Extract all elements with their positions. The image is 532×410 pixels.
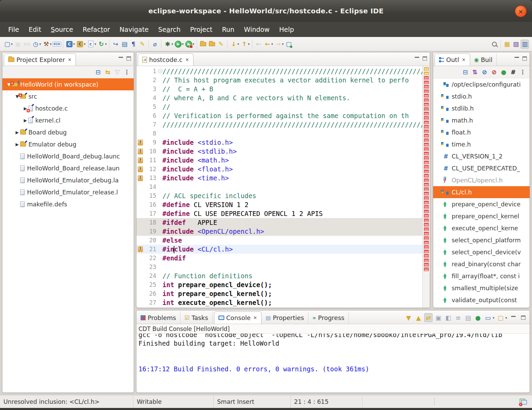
open-element-icon[interactable]: ↪ [111, 40, 120, 49]
error-marker[interactable] [424, 259, 429, 262]
code-line-27[interactable]: 27int execute_opencl_kernel(); [136, 298, 422, 307]
tree-item-emulator[interactable]: ▶Emulator debug [2, 138, 134, 150]
maximize-icon[interactable] [423, 56, 427, 61]
console-pin-icon[interactable]: ● [474, 313, 482, 322]
warning-marker[interactable] [424, 72, 429, 75]
console-display-icon[interactable]: ▭ [484, 313, 492, 322]
error-marker[interactable] [424, 139, 429, 142]
hide-nonpublic-icon[interactable]: ● [500, 68, 507, 77]
mark-occurrences-icon[interactable]: ✎ [138, 40, 146, 49]
code-editor[interactable]: 1−//////////////////////////////////////… [136, 66, 430, 308]
console-down-icon[interactable]: ▼ [404, 313, 413, 322]
collapse-all-icon[interactable]: ⊟ [462, 68, 469, 77]
annotate-icon[interactable]: ✎ [217, 40, 225, 49]
debug-icon[interactable]: ✱ [163, 40, 172, 49]
outline-item--opt-eclipse-configurati[interactable]: /opt/eclipse/configurati [433, 78, 530, 90]
code-area[interactable]: 1−//////////////////////////////////////… [136, 66, 422, 308]
forward-icon[interactable]: → [274, 40, 282, 49]
tree-item-makefile.defs[interactable]: makefile.defs [2, 198, 134, 210]
console-open-icon[interactable]: ▢ [496, 313, 505, 322]
error-marker[interactable] [424, 116, 429, 120]
outline-item-execute-opencl-kerne[interactable]: ǂexecute_opencl_kerne [433, 222, 530, 234]
error-marker[interactable] [424, 121, 429, 124]
new-cpp-project-icon[interactable]: C [76, 40, 84, 49]
outline-item-smallest-multiple-size[interactable]: ǂsmallest_multiple(size [433, 282, 530, 294]
code-line-21[interactable]: ?21#include <CL/cl.h> [136, 245, 422, 254]
maximize-icon[interactable] [522, 56, 527, 61]
tree-item-src[interactable]: ▼src [2, 90, 134, 102]
save-all-icon[interactable]: ▣▣ [23, 40, 31, 49]
warning-marker[interactable] [424, 67, 429, 71]
code-line-23[interactable]: 23 [136, 262, 422, 271]
error-marker[interactable] [424, 148, 429, 151]
error-marker[interactable] [424, 99, 429, 102]
minimize-icon[interactable] [119, 57, 123, 60]
code-line-7[interactable]: 7///////////////////////////////////////… [136, 120, 422, 129]
code-line-6[interactable]: 6// Verification is performed against th… [136, 111, 422, 120]
tree-item-helloworld_board_release.laun[interactable]: HelloWorld_Board_release.laun [2, 162, 134, 174]
open-type-icon[interactable]: ▤ [120, 40, 129, 49]
hide-fields-icon[interactable]: ⊘ [481, 68, 488, 77]
error-marker[interactable] [424, 170, 429, 173]
outline-item-float-h[interactable]: float.h [433, 126, 530, 138]
error-marker[interactable] [424, 107, 429, 111]
error-marker[interactable] [424, 156, 429, 160]
error-marker[interactable] [424, 103, 429, 106]
code-line-13[interactable]: ?13#include <time.h> [136, 174, 422, 182]
error-marker[interactable] [424, 152, 429, 155]
code-line-18[interactable]: 18#ifdef __APPLE__ [136, 218, 422, 227]
outline-item-prepare-opencl-kernel[interactable]: ǂprepare_opencl_kernel [433, 210, 530, 222]
search-icon[interactable] [490, 40, 498, 49]
chevron-right-icon[interactable]: ▶ [14, 142, 20, 147]
overview-ruler[interactable] [422, 66, 430, 308]
outline-item-select-opencl-platform[interactable]: ǂselect_opencl_platform [433, 234, 530, 246]
tree-item-helloworld_emulator_debug.la[interactable]: HelloWorld_Emulator_debug.la [2, 174, 134, 186]
error-marker[interactable] [424, 85, 429, 89]
error-marker[interactable] [424, 196, 429, 200]
code-line-22[interactable]: 22#endif [136, 254, 422, 262]
dropdown-arrow-icon[interactable]: ▾ [505, 316, 507, 320]
chevron-right-icon[interactable]: ▶ [22, 118, 28, 123]
build-active-icon[interactable]: ↻ [97, 40, 105, 49]
tab-properties[interactable]: ▤Properties [262, 311, 308, 324]
menu-search[interactable]: Search [154, 24, 185, 35]
chevron-right-icon[interactable]: ▶ [14, 130, 20, 135]
view-menu-icon[interactable]: ⋮ [519, 68, 527, 77]
outline-item-math-h[interactable]: math.h [433, 114, 530, 126]
presentation-icon[interactable]: ◦◦ [452, 68, 460, 77]
open-profile-icon[interactable] [199, 40, 207, 49]
menu-edit[interactable]: Edit [24, 24, 46, 35]
outline-item-validate-output-const[interactable]: ǂvalidate_output(const [433, 294, 530, 306]
view-menu-icon[interactable]: ⋮ [123, 68, 131, 77]
tree-item-board[interactable]: ▶Board debug [2, 126, 134, 138]
menu-file[interactable]: File [3, 24, 24, 35]
prev-annotation-icon[interactable]: ↑ [240, 40, 248, 49]
new-c-project-icon[interactable]: C [65, 40, 74, 49]
menu-source[interactable]: Source [46, 24, 78, 35]
close-icon[interactable]: ✕ [253, 315, 257, 320]
console-wrap-icon[interactable]: ≡ [454, 313, 462, 322]
code-line-2[interactable]: 2// This host program executes a vector … [136, 76, 422, 85]
console-save-icon[interactable]: ▣ [434, 313, 442, 322]
code-line-14[interactable]: 14 [136, 182, 422, 191]
console-output[interactable]: gcc -o hostcode hostcode_object -lOpenCL… [136, 334, 530, 393]
binary-icon[interactable]: 010 [53, 40, 61, 49]
fold-collapse-icon[interactable]: − [158, 69, 162, 73]
next-annotation-icon[interactable]: ↓ [229, 40, 238, 49]
console-up-icon[interactable]: ▲ [414, 313, 423, 322]
outline-item-opencl-opencl-h[interactable]: OpenCL/opencl.h [433, 174, 530, 186]
toggle-search-icon[interactable]: ⌀ [151, 40, 159, 49]
hide-macros-icon[interactable]: # [509, 68, 517, 77]
link-editor-icon[interactable]: ⇆ [104, 68, 111, 77]
error-marker[interactable] [424, 236, 429, 240]
error-marker[interactable] [424, 232, 429, 235]
code-line-10[interactable]: ?10#include <stdlib.h> [136, 147, 422, 156]
error-marker[interactable] [424, 210, 429, 213]
dropdown-arrow-icon[interactable]: ▾ [248, 42, 250, 46]
code-line-1[interactable]: 1−//////////////////////////////////////… [136, 67, 422, 76]
code-line-4[interactable]: 4// where A, B and C are vectors with N … [136, 93, 422, 102]
close-icon[interactable]: ✕ [462, 57, 466, 62]
error-marker[interactable] [424, 130, 429, 133]
tab-outl[interactable]: Outl✕ [435, 53, 470, 66]
panel-min-icon[interactable] [509, 313, 517, 322]
